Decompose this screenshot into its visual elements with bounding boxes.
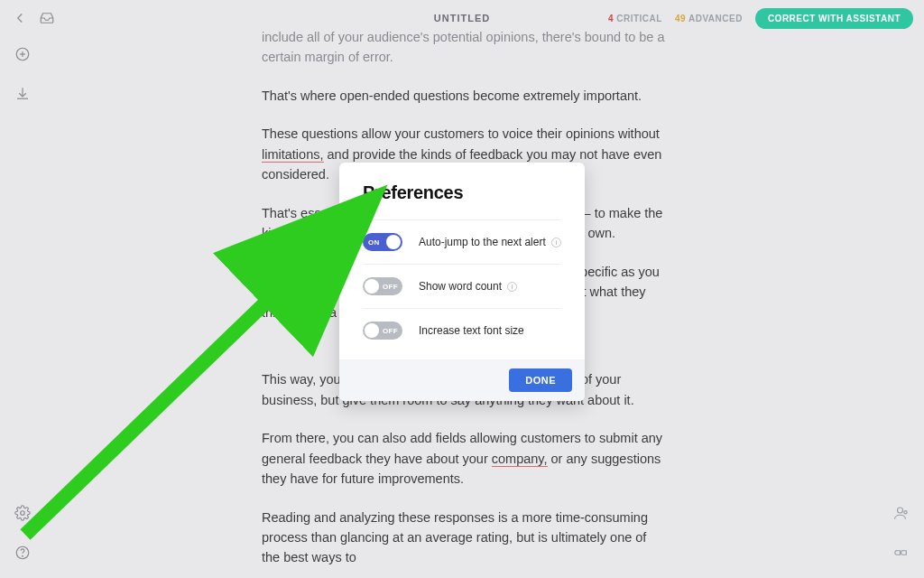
- paragraph[interactable]: Reading and analyzing these responses is…: [262, 508, 668, 568]
- header-left: [11, 9, 56, 27]
- pref-row-fontsize: OFF Increase text font size: [363, 308, 561, 352]
- left-sidebar: [0, 36, 45, 578]
- preferences-dialog: Preferences ON Auto-jump to the next ale…: [339, 163, 585, 401]
- error-underline[interactable]: company,: [492, 452, 548, 467]
- person-icon[interactable]: [892, 504, 910, 522]
- paragraph[interactable]: include all of your audience's potential…: [262, 27, 668, 68]
- done-button[interactable]: DONE: [509, 368, 572, 392]
- toggle-autojump[interactable]: ON: [363, 233, 402, 251]
- pref-row-autojump: ON Auto-jump to the next alert i: [363, 219, 561, 264]
- info-icon[interactable]: i: [507, 282, 517, 292]
- paragraph[interactable]: From there, you can also add fields allo…: [262, 428, 668, 489]
- settings-gear-icon[interactable]: [14, 504, 32, 522]
- toggle-wordcount[interactable]: OFF: [363, 277, 402, 295]
- pref-label: Show word count i: [419, 280, 517, 293]
- critical-count[interactable]: 4 CRITICAL: [608, 14, 662, 23]
- paragraph[interactable]: That's where open-ended questions become…: [262, 86, 668, 106]
- help-icon[interactable]: [14, 544, 32, 562]
- quote-icon[interactable]: [892, 544, 910, 562]
- toggle-fontsize[interactable]: OFF: [363, 322, 402, 340]
- right-sidebar: [879, 504, 924, 578]
- dialog-title: Preferences: [363, 182, 561, 203]
- svg-point-3: [21, 511, 25, 516]
- inbox-icon[interactable]: [38, 9, 56, 27]
- advanced-count[interactable]: 49 ADVANCED: [675, 14, 743, 23]
- correct-with-assistant-button[interactable]: CORRECT WITH ASSISTANT: [755, 8, 913, 29]
- download-icon[interactable]: [14, 85, 32, 103]
- back-chevron-icon[interactable]: [11, 9, 29, 27]
- pref-label: Increase text font size: [419, 324, 524, 337]
- info-icon[interactable]: i: [551, 238, 561, 247]
- pref-row-wordcount: OFF Show word count i: [363, 264, 561, 308]
- svg-point-7: [904, 511, 907, 514]
- document-title: UNTITLED: [434, 13, 490, 23]
- dialog-footer: DONE: [339, 359, 585, 401]
- add-icon[interactable]: [14, 45, 32, 63]
- error-underline[interactable]: limitations,: [262, 147, 324, 163]
- svg-point-6: [898, 508, 903, 513]
- svg-point-5: [23, 555, 23, 556]
- header-right: 4 CRITICAL 49 ADVANCED CORRECT WITH ASSI…: [608, 8, 913, 29]
- pref-label: Auto-jump to the next alert i: [419, 236, 561, 248]
